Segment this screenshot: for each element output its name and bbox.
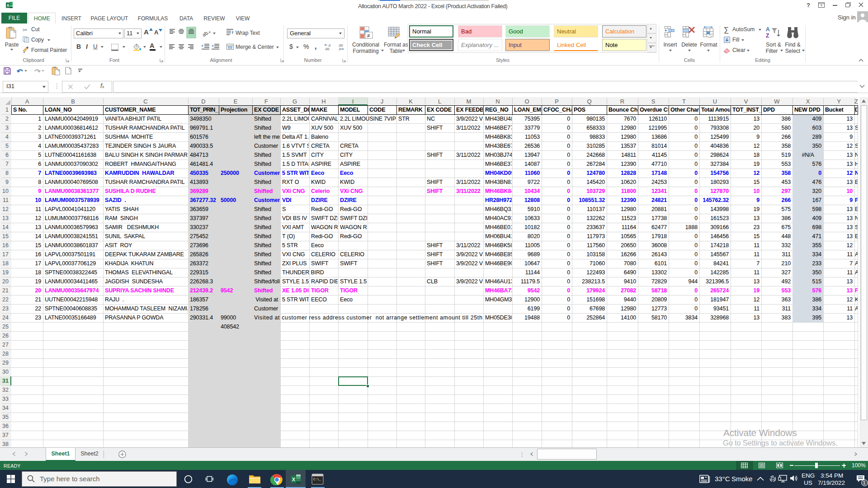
svg-text:Z: Z (766, 33, 769, 39)
svg-text:.0: .0 (338, 47, 341, 51)
svg-text:X: X (7, 3, 9, 8)
svg-text:C:\_: C:\_ (313, 478, 321, 481)
svg-text:.00: .00 (325, 47, 329, 51)
svg-text:A: A (766, 26, 770, 33)
svg-text:X: X (292, 477, 296, 482)
svg-text:≠: ≠ (367, 33, 370, 39)
svg-text:ab: ab (201, 30, 209, 38)
svg-text:✂: ✂ (23, 27, 28, 33)
